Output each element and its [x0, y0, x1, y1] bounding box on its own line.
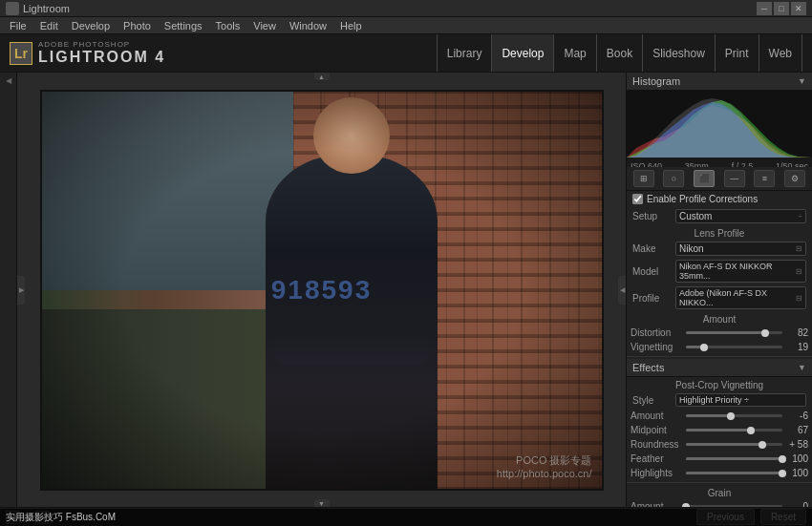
- vignetting-thumb[interactable]: [700, 344, 708, 351]
- enable-corrections-label: Enable Profile Corrections: [647, 194, 758, 204]
- midpoint-thumb[interactable]: [747, 427, 755, 434]
- tool-detail[interactable]: ≡: [754, 170, 775, 187]
- divider-grain: [627, 482, 812, 483]
- midpoint-track[interactable]: [686, 429, 782, 431]
- grain-amount-track[interactable]: [686, 505, 782, 507]
- highlights-value: 100: [785, 468, 808, 478]
- highlights-row: Highlights 100: [627, 466, 812, 480]
- tool-color[interactable]: —: [724, 170, 745, 187]
- menu-window[interactable]: Window: [284, 17, 332, 33]
- menu-tools[interactable]: Tools: [210, 17, 246, 33]
- setup-value[interactable]: Custom ÷: [675, 209, 806, 223]
- tab-develop[interactable]: Develop: [492, 34, 554, 72]
- midpoint-label: Midpoint: [630, 425, 683, 435]
- minimize-button[interactable]: ─: [757, 2, 772, 15]
- tab-library[interactable]: Library: [437, 34, 493, 72]
- enable-corrections-checkbox[interactable]: [632, 194, 643, 204]
- histogram-title: Histogram: [632, 75, 680, 87]
- close-button[interactable]: ✕: [791, 2, 806, 15]
- post-crop-title: Post-Crop Vignetting: [627, 377, 812, 391]
- divider-1: [627, 356, 812, 357]
- make-row: Make Nikon ⊟: [627, 240, 812, 258]
- watermark-main: 918593: [271, 275, 372, 305]
- menu-settings[interactable]: Settings: [159, 17, 208, 33]
- highlights-track[interactable]: [686, 472, 782, 474]
- tool-strip: ⊞ ○ ⬛ — ≡ ⚙: [627, 167, 812, 191]
- shutter-info: 1/50 sec: [776, 161, 808, 167]
- effects-amount-track[interactable]: [686, 414, 782, 417]
- tab-print[interactable]: Print: [716, 34, 759, 72]
- feather-thumb[interactable]: [779, 455, 786, 463]
- effects-amount-value: -6: [785, 410, 808, 421]
- profile-label: Profile: [632, 293, 675, 304]
- photo-canvas: ▲: [17, 73, 626, 507]
- maximize-button[interactable]: □: [774, 2, 789, 15]
- profile-value[interactable]: Adobe (Nikon AF-S DX NIKKO... ⊟: [675, 286, 806, 309]
- menu-edit[interactable]: Edit: [34, 17, 64, 33]
- distortion-thumb[interactable]: [761, 329, 769, 337]
- histogram-chart: [627, 91, 812, 158]
- histogram-header[interactable]: Histogram ▼: [627, 73, 812, 91]
- grain-amount-label: Amount: [630, 501, 683, 507]
- left-panel-icon: ◀: [4, 76, 12, 85]
- feather-label: Feather: [630, 453, 683, 464]
- roundness-track[interactable]: [686, 443, 782, 446]
- menu-photo[interactable]: Photo: [118, 17, 157, 33]
- make-label: Make: [632, 243, 675, 254]
- tool-basic[interactable]: ⊞: [633, 170, 654, 187]
- tab-web[interactable]: Web: [759, 34, 802, 72]
- menu-file[interactable]: File: [4, 17, 32, 33]
- tab-book[interactable]: Book: [597, 34, 643, 72]
- grain-title: Grain: [627, 485, 812, 499]
- effects-amount-label: Amount: [630, 410, 683, 421]
- right-panel: Histogram ▼ ISO 640: [626, 73, 812, 507]
- roundness-row: Roundness + 58: [627, 437, 812, 452]
- menu-view[interactable]: View: [247, 17, 282, 33]
- histogram-info: ISO 640 35mm f / 2.5 1/50 sec: [627, 159, 812, 167]
- menu-develop[interactable]: Develop: [66, 17, 116, 33]
- midpoint-row: Midpoint 67: [627, 423, 812, 437]
- window-controls: ─ □ ✕: [757, 2, 806, 15]
- distortion-row: Distortion 82: [627, 326, 812, 340]
- photo-bottom-arrow[interactable]: ▼: [314, 499, 330, 507]
- left-collapse-button[interactable]: ▶: [17, 276, 25, 305]
- roundness-thumb[interactable]: [759, 441, 766, 449]
- logo-area: Lr ADOBE PHOTOSHOP LIGHTROOM 4: [10, 40, 165, 66]
- menu-bar: File Edit Develop Photo Settings Tools V…: [0, 17, 812, 34]
- logo-text: ADOBE PHOTOSHOP LIGHTROOM 4: [38, 40, 165, 66]
- menu-help[interactable]: Help: [334, 17, 368, 33]
- setup-label: Setup: [632, 211, 675, 221]
- feather-track[interactable]: [686, 457, 782, 460]
- app-icon: [6, 2, 19, 15]
- tab-map[interactable]: Map: [554, 34, 596, 72]
- app-title: Lightroom: [23, 3, 70, 14]
- focal-info: 35mm: [685, 161, 709, 167]
- iso-info: ISO 640: [630, 161, 662, 167]
- tool-circle[interactable]: ○: [663, 170, 684, 187]
- distortion-track[interactable]: [686, 331, 782, 334]
- right-collapse-button[interactable]: ◀: [618, 276, 626, 305]
- lr-badge: Lr: [10, 42, 32, 65]
- photo-top-arrow[interactable]: ▲: [314, 73, 330, 80]
- header: Lr ADOBE PHOTOSHOP LIGHTROOM 4 Library D…: [0, 34, 812, 73]
- effects-header[interactable]: Effects ▼: [627, 359, 812, 377]
- nav-tabs: Library Develop Map Book Slideshow Print…: [437, 34, 802, 72]
- model-value[interactable]: Nikon AF-S DX NIKKOR 35mm... ⊟: [675, 260, 806, 283]
- tab-slideshow[interactable]: Slideshow: [643, 34, 716, 72]
- histogram-arrow: ▼: [798, 76, 806, 86]
- watermark: 918593: [271, 275, 372, 305]
- highlights-thumb[interactable]: [779, 470, 786, 477]
- effects-amount-thumb[interactable]: [727, 412, 735, 420]
- vignetting-track[interactable]: [686, 346, 782, 348]
- poco-url: http://photo.poco.cn/: [497, 468, 592, 479]
- lens-corrections-panel: Enable Profile Corrections Setup Custom …: [627, 191, 812, 354]
- grain-amount-thumb[interactable]: [682, 503, 690, 508]
- style-value[interactable]: Highlight Priority ÷: [675, 393, 806, 407]
- aperture-info: f / 2.5: [732, 161, 754, 167]
- fsbuscom-label: 实用摄影技巧 FsBus.CoM: [6, 512, 116, 522]
- make-value[interactable]: Nikon ⊟: [675, 242, 806, 256]
- tool-lens[interactable]: ⬛: [694, 170, 715, 187]
- midpoint-value: 67: [785, 425, 808, 435]
- profile-dropdown-arrow: ⊟: [796, 294, 802, 303]
- tool-effects[interactable]: ⚙: [784, 170, 805, 187]
